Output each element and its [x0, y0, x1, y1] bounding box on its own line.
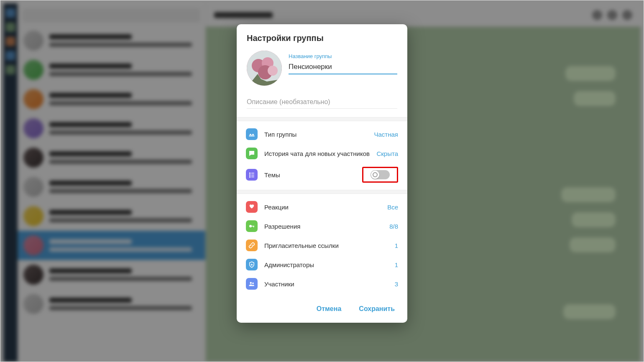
row-invite-links[interactable]: Пригласительные ссылки 1	[237, 236, 407, 255]
row-label: Тип группы	[264, 131, 368, 138]
permissions-icon	[246, 220, 258, 232]
row-label: Темы	[264, 171, 355, 178]
row-label: Участники	[264, 280, 388, 288]
row-label: Разрешения	[264, 223, 383, 230]
group-description-input[interactable]	[247, 97, 397, 109]
save-button[interactable]: Сохранить	[357, 303, 396, 315]
topics-toggle[interactable]	[371, 170, 390, 179]
svg-rect-8	[251, 175, 255, 176]
row-label: Пригласительные ссылки	[264, 242, 388, 249]
svg-rect-5	[249, 173, 250, 174]
row-label: Администраторы	[264, 261, 388, 268]
row-value: 1	[395, 261, 398, 268]
row-value: Скрыта	[376, 150, 398, 157]
svg-rect-7	[249, 174, 250, 176]
row-permissions[interactable]: Разрешения 8/8	[237, 217, 407, 236]
group-type-icon	[246, 128, 258, 140]
row-chat-history[interactable]: История чата для новых участников Скрыта	[237, 144, 407, 163]
row-members[interactable]: Участники 3	[237, 274, 407, 293]
group-settings-dialog: Настройки группы Название группы Тип г	[237, 24, 407, 323]
svg-point-15	[250, 282, 252, 284]
group-avatar[interactable]	[247, 51, 282, 86]
svg-marker-14	[250, 263, 253, 266]
row-value: 8/8	[389, 223, 398, 230]
section-separator	[237, 117, 407, 121]
topics-toggle-highlight	[362, 167, 398, 183]
group-name-label: Название группы	[289, 53, 397, 59]
row-admins[interactable]: Администраторы 1	[237, 255, 407, 274]
cancel-button[interactable]: Отмена	[315, 303, 343, 315]
row-value: 3	[395, 280, 398, 288]
svg-rect-9	[249, 176, 250, 178]
row-label: История чата для новых участников	[264, 150, 370, 157]
row-label: Реакции	[264, 204, 381, 211]
row-group-type[interactable]: Тип группы Частная	[237, 125, 407, 144]
row-value: 1	[395, 242, 398, 249]
chat-history-icon	[246, 148, 258, 159]
svg-point-16	[252, 283, 254, 284]
svg-rect-13	[253, 226, 254, 227]
svg-point-11	[249, 225, 252, 227]
avatar-flowers-icon	[247, 51, 282, 86]
admins-icon	[246, 259, 258, 270]
svg-point-4	[268, 66, 278, 76]
topics-icon	[246, 169, 258, 181]
invite-links-icon	[246, 240, 258, 251]
row-reactions[interactable]: Реакции Все	[237, 197, 407, 217]
members-icon	[246, 278, 258, 290]
dialog-title: Настройки группы	[237, 24, 407, 51]
section-separator	[237, 190, 407, 194]
group-name-input[interactable]	[289, 62, 397, 74]
row-value: Все	[387, 204, 398, 211]
reactions-icon	[246, 201, 258, 213]
svg-rect-10	[251, 177, 255, 178]
toggle-knob-icon	[371, 171, 379, 179]
row-value: Частная	[374, 131, 398, 138]
svg-rect-6	[251, 173, 255, 174]
row-topics[interactable]: Темы	[237, 163, 407, 186]
